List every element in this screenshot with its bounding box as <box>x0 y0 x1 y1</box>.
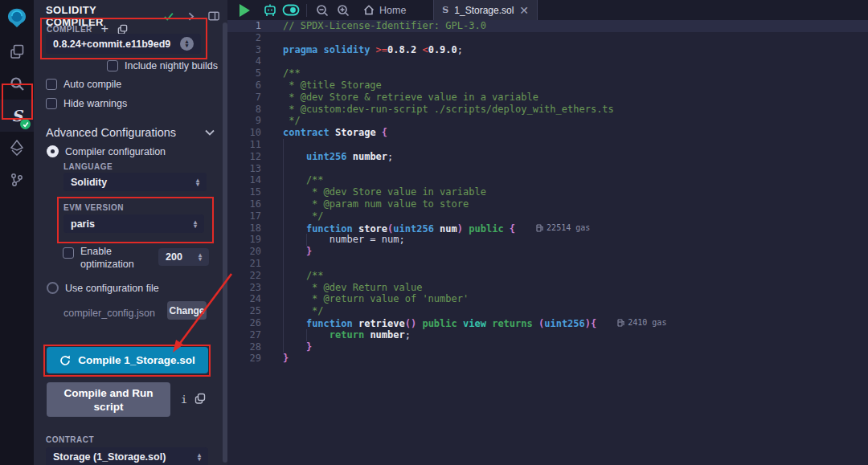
code-text: uint256 number; <box>261 151 393 163</box>
code-line[interactable]: 11 <box>227 139 868 151</box>
code-line[interactable]: 9 */ <box>227 115 868 127</box>
compiler-version-select[interactable]: 0.8.24+commit.e11b9ed9 ▴▾ <box>46 34 201 54</box>
code-line[interactable]: 16 * @param num value to store <box>227 198 868 210</box>
ai-assistant-icon[interactable] <box>260 0 280 20</box>
code-line[interactable]: 14 /** <box>227 174 868 186</box>
code-text <box>261 55 283 67</box>
code-text: */ <box>261 115 301 127</box>
contract-select[interactable]: Storage (1_Storage.sol) ▴▾ <box>46 447 208 465</box>
code-line[interactable]: 2 <box>227 32 868 44</box>
copy-script-icon[interactable] <box>194 393 206 404</box>
code-line[interactable]: 17 */ <box>227 210 868 222</box>
config-file-name[interactable]: compiler_config.json <box>63 308 155 319</box>
line-number: 13 <box>227 163 261 175</box>
code-line[interactable]: 10contract Storage { <box>227 127 868 139</box>
line-number: 16 <box>227 198 261 210</box>
code-line[interactable]: 25 */ <box>227 305 868 317</box>
deploy-and-run-icon[interactable] <box>0 132 34 164</box>
code-line[interactable]: 5/** <box>227 67 868 80</box>
enable-optimization-checkbox[interactable] <box>63 247 74 259</box>
code-line[interactable]: 3pragma solidity >=0.8.2 <0.9.0; <box>227 44 868 56</box>
home-tab-label: Home <box>379 5 406 16</box>
line-number: 27 <box>227 329 261 341</box>
code-line[interactable]: 27 return number; <box>227 329 868 341</box>
compile-button[interactable]: Compile 1_Storage.sol <box>47 347 208 373</box>
contract-value: Storage (1_Storage.sol) <box>53 451 166 463</box>
code-line[interactable]: 12 uint256 number; <box>227 151 868 163</box>
hide-warnings-checkbox[interactable] <box>46 98 57 109</box>
evm-version-select[interactable]: paris ▴▾ <box>63 214 204 233</box>
home-icon <box>363 5 375 15</box>
code-text: * @dev Store value in variable <box>261 186 486 198</box>
code-line[interactable]: 24 * @return value of 'number' <box>227 293 868 305</box>
zoom-in-icon[interactable] <box>333 0 354 20</box>
contract-section-label: CONTRACT <box>46 435 94 444</box>
compiler-section-label: COMPILER <box>47 25 92 34</box>
compile-and-run-button[interactable]: Compile and Run script <box>47 382 170 417</box>
code-line[interactable]: 4 <box>227 55 868 67</box>
compile-success-check-icon <box>164 12 174 21</box>
code-line[interactable]: 15 * @dev Store value in variable <box>227 186 868 198</box>
code-text: } <box>261 246 312 258</box>
auto-compile-checkbox[interactable] <box>46 79 57 90</box>
copy-compiler-icon[interactable] <box>117 24 128 35</box>
toggle-terminal-icon[interactable] <box>280 0 301 20</box>
change-config-button[interactable]: Change <box>167 301 207 320</box>
code-line[interactable]: 20 } <box>227 246 868 258</box>
chevron-down-icon[interactable] <box>205 129 215 136</box>
panel-scrollbar[interactable] <box>223 22 227 463</box>
code-line[interactable]: 26 function retrieve() public view retur… <box>227 317 868 329</box>
code-text: /** <box>261 270 324 282</box>
code-line[interactable]: 19 number = num; <box>227 234 868 246</box>
code-text: * @return value of 'number' <box>261 293 469 305</box>
code-line[interactable]: 1// SPDX-License-Identifier: GPL-3.0 <box>227 20 868 32</box>
code-line[interactable]: 29} <box>227 353 868 365</box>
code-line[interactable]: 7 * @dev Store & retrieve value in a var… <box>227 92 868 104</box>
zoom-out-icon[interactable] <box>312 0 333 20</box>
language-value: Solidity <box>71 177 107 188</box>
code-line[interactable]: 8 * @custom:dev-run-script ./scripts/dep… <box>227 104 868 116</box>
use-configuration-file-radio[interactable] <box>47 282 59 294</box>
code-line[interactable]: 13 <box>227 163 868 175</box>
version-spinner-icon: ▴▾ <box>180 37 194 51</box>
gas-pump-icon <box>617 319 624 327</box>
run-script-icon[interactable] <box>234 0 255 20</box>
line-number: 8 <box>227 104 261 116</box>
solidity-compiler-icon[interactable]: S <box>0 100 34 132</box>
compile-button-label: Compile 1_Storage.sol <box>78 354 195 366</box>
search-icon[interactable] <box>0 67 34 100</box>
code-line[interactable]: 18 function store(uint256 num) public {2… <box>227 222 868 235</box>
git-icon[interactable] <box>0 164 34 196</box>
file-explorer-icon[interactable] <box>0 35 34 67</box>
code-line[interactable]: 28 } <box>227 341 868 353</box>
tab-home[interactable]: Home <box>354 0 416 20</box>
code-line[interactable]: 22 /** <box>227 270 868 282</box>
code-line[interactable]: 23 * @dev Return value <box>227 282 868 294</box>
remix-logo-icon[interactable] <box>0 0 34 35</box>
gas-estimate-annotation[interactable]: 22514 gas <box>536 222 590 235</box>
compiler-configuration-radio[interactable] <box>47 145 59 157</box>
chevron-right-icon[interactable] <box>188 12 194 21</box>
line-number: 25 <box>227 305 261 317</box>
runs-value: 200 <box>166 251 182 263</box>
line-number: 7 <box>227 92 261 104</box>
evm-spinner-icon: ▴▾ <box>194 220 197 228</box>
language-select[interactable]: Solidity ▴▾ <box>63 173 207 191</box>
nightly-builds-checkbox[interactable] <box>107 60 118 71</box>
icon-rail: S <box>0 0 34 465</box>
code-lines: 1// SPDX-License-Identifier: GPL-3.023pr… <box>227 20 868 365</box>
close-tab-icon[interactable]: ✕ <box>519 6 529 15</box>
code-editor[interactable]: 1// SPDX-License-Identifier: GPL-3.023pr… <box>227 20 868 465</box>
gas-estimate-annotation[interactable]: 2410 gas <box>617 317 666 329</box>
pin-panel-icon[interactable] <box>208 11 219 21</box>
advanced-configurations-title[interactable]: Advanced Configurations <box>46 126 176 139</box>
info-icon[interactable]: i <box>181 394 187 406</box>
code-text: function retrieve() public view returns … <box>261 317 666 329</box>
code-line[interactable]: 21 <box>227 258 868 270</box>
evm-version-label: EVM VERSION <box>63 203 124 212</box>
tab-1-storage-sol[interactable]: S 1_Storage.sol ✕ <box>433 0 538 20</box>
code-line[interactable]: 6 * @title Storage <box>227 80 868 92</box>
line-number: 6 <box>227 80 261 92</box>
indent-guide <box>283 139 284 353</box>
optimization-runs-input[interactable]: 200 ▴▾ <box>158 248 209 266</box>
